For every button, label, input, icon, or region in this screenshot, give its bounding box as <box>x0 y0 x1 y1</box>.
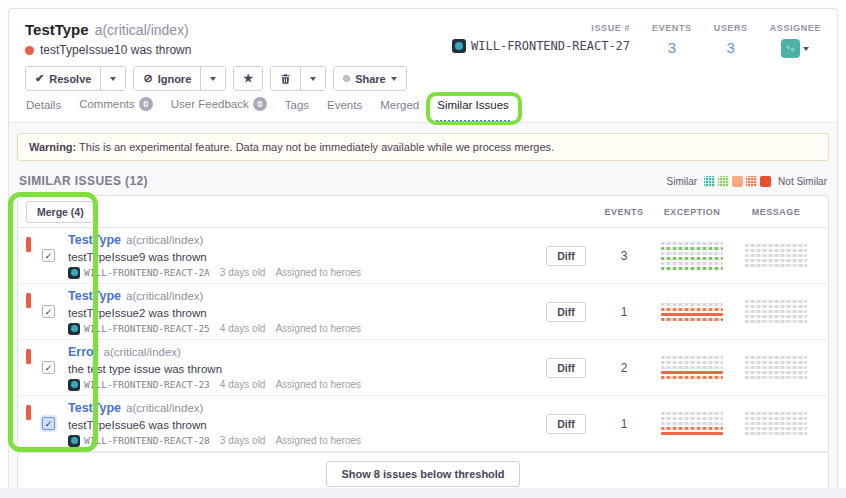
error-level-dot <box>25 46 34 55</box>
chevron-down-icon <box>803 47 809 51</box>
error-level-bar <box>26 293 31 308</box>
star-icon: ★ <box>243 73 253 84</box>
tab-events[interactable]: Events <box>326 99 363 122</box>
feedback-count-badge: 0 <box>253 97 267 111</box>
similar-issue-row: ✓ TestTypea(critical/index) testTypeIssu… <box>18 396 828 452</box>
action-toolbar: ✔Resolve ⊘Ignore ★ Share <box>25 66 407 91</box>
stat-issue-id: ISSUE # WILL-FRONTEND-REACT-27 <box>452 23 630 91</box>
issue-title-link[interactable]: TestType <box>68 233 121 247</box>
issue-header-left: TestTypea(critical/index) testTypeIssue1… <box>25 21 407 91</box>
tab-details[interactable]: Details <box>25 99 62 122</box>
issue-message: testTypeIssue9 was thrown <box>68 250 526 264</box>
diff-button[interactable]: Diff <box>546 414 586 434</box>
platform-icon <box>68 267 80 279</box>
resolve-button-group: ✔Resolve <box>25 66 126 91</box>
column-header-message: MESSAGE <box>734 207 818 217</box>
issue-title-link[interactable]: TestType <box>68 401 121 415</box>
tab-tags[interactable]: Tags <box>284 99 310 122</box>
similar-issues-content: Warning: This is an experimental feature… <box>9 123 837 498</box>
star-button[interactable]: ★ <box>234 67 262 90</box>
trash-icon <box>280 73 291 85</box>
exception-similarity-bars <box>661 301 723 323</box>
users-label: USERS <box>714 23 748 33</box>
message-similarity-bars <box>745 354 807 381</box>
tab-user-feedback[interactable]: User Feedback0 <box>170 97 268 122</box>
issue-assigned: Assigned to heroes <box>275 323 361 335</box>
issue-assigned: Assigned to heroes <box>275 267 361 279</box>
issue-title-link[interactable]: Error <box>68 345 99 359</box>
issue-short-id: WILL-FRONTEND-REACT-25 <box>84 323 210 335</box>
resolve-dropdown-button[interactable] <box>100 67 125 90</box>
delete-button[interactable] <box>271 67 300 90</box>
row-checkbox[interactable]: ✓ <box>42 305 55 318</box>
row-checkbox[interactable]: ✓ <box>42 417 55 430</box>
similar-issues-panel: Merge (4) EVENTS EXCEPTION MESSAGE ✓ Tes… <box>17 195 829 496</box>
similar-issues-heading: SIMILAR ISSUES (12) <box>19 174 148 188</box>
delete-button-group <box>270 66 326 91</box>
events-count-link[interactable]: 3 <box>652 39 692 56</box>
issue-stats: ISSUE # WILL-FRONTEND-REACT-27 EVENTS 3 … <box>452 21 821 91</box>
chevron-down-icon <box>110 77 116 81</box>
ignore-button-group: ⊘Ignore <box>133 66 226 91</box>
error-level-bar <box>26 349 31 364</box>
merge-button[interactable]: Merge (4) <box>26 201 95 223</box>
issue-assigned: Assigned to heroes <box>275 435 361 447</box>
chevron-down-icon <box>391 77 397 81</box>
row-events-count: 3 <box>598 249 650 263</box>
issue-age: 4 days old <box>220 379 266 391</box>
similar-issue-row: ✓ TestTypea(critical/index) testTypeIssu… <box>18 228 828 284</box>
ignore-dropdown-button[interactable] <box>200 67 225 90</box>
issue-number-label: ISSUE # <box>452 23 630 33</box>
bookmark-button-group: ★ <box>233 66 263 91</box>
row-checkbox[interactable]: ✓ <box>42 249 55 262</box>
share-button-group: Share <box>333 66 407 91</box>
platform-icon <box>68 323 80 335</box>
row-checkbox[interactable]: ✓ <box>42 361 55 374</box>
resolve-button[interactable]: ✔Resolve <box>26 67 100 90</box>
issue-message: testTypeIssue2 was thrown <box>68 306 526 320</box>
assignee-avatar <box>781 39 800 58</box>
stat-users: USERS 3 <box>714 23 748 91</box>
show-below-threshold-button[interactable]: Show 8 issues below threshold <box>326 461 519 487</box>
issue-short-id: WILL-FRONTEND-REACT-23 <box>84 379 210 391</box>
issue-header: TestTypea(critical/index) testTypeIssue1… <box>9 9 837 91</box>
issue-detail-card: TestTypea(critical/index) testTypeIssue1… <box>8 8 838 498</box>
legend-similar-label: Similar <box>667 176 698 187</box>
comments-count-badge: 0 <box>139 97 153 111</box>
tab-comments[interactable]: Comments0 <box>78 97 154 122</box>
diff-button[interactable]: Diff <box>546 246 586 266</box>
assignee-label: ASSIGNEE <box>770 23 821 33</box>
experimental-warning-banner: Warning: This is an experimental feature… <box>17 133 829 161</box>
row-events-count: 2 <box>598 361 650 375</box>
ignore-button[interactable]: ⊘Ignore <box>134 67 200 90</box>
platform-icon <box>68 435 80 447</box>
error-level-bar <box>26 405 31 420</box>
tab-similar-issues[interactable]: Similar Issues <box>436 99 510 122</box>
chevron-down-icon <box>210 77 216 81</box>
delete-dropdown-button[interactable] <box>300 67 325 90</box>
issue-message: testTypeIssue10 was thrown <box>40 42 191 58</box>
similar-issue-row: ✓ TestTypea(critical/index) testTypeIssu… <box>18 284 828 340</box>
issue-message: testTypeIssue6 was thrown <box>68 418 526 432</box>
users-count-link[interactable]: 3 <box>714 39 748 56</box>
similarity-scale-swatches <box>704 176 771 187</box>
message-similarity-bars <box>745 242 807 269</box>
share-indicator-icon <box>343 75 350 82</box>
chevron-down-icon <box>310 77 316 81</box>
platform-icon <box>68 379 80 391</box>
legend-not-similar-label: Not Similar <box>778 176 827 187</box>
issue-assigned: Assigned to heroes <box>275 379 361 391</box>
message-similarity-bars <box>745 410 807 437</box>
issue-message: the test type issue was thrown <box>68 362 526 376</box>
assignee-selector[interactable] <box>770 39 821 58</box>
diff-button[interactable]: Diff <box>546 358 586 378</box>
check-icon: ✔ <box>35 73 44 84</box>
events-label: EVENTS <box>652 23 692 33</box>
issue-title-link[interactable]: TestType <box>68 289 121 303</box>
stat-events: EVENTS 3 <box>652 23 692 91</box>
tab-merged[interactable]: Merged <box>379 99 420 122</box>
diff-button[interactable]: Diff <box>546 302 586 322</box>
similarity-legend: Similar Not Similar <box>667 176 827 187</box>
stat-assignee: ASSIGNEE <box>770 23 821 91</box>
share-button[interactable]: Share <box>334 67 406 90</box>
